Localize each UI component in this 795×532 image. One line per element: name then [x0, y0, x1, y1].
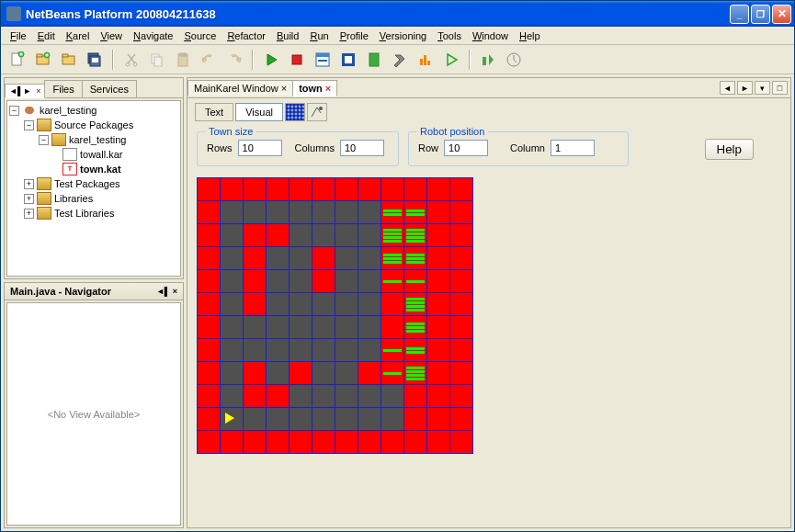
- grid-cell[interactable]: [381, 224, 403, 246]
- grid-cell[interactable]: [358, 270, 380, 292]
- grid-cell[interactable]: [221, 316, 243, 338]
- grid-cell[interactable]: [290, 224, 312, 246]
- grid-cell[interactable]: [221, 408, 243, 430]
- grid-cell[interactable]: [381, 362, 403, 384]
- profile-button[interactable]: [415, 49, 437, 71]
- menu-run[interactable]: Run: [304, 28, 334, 43]
- grid-cell[interactable]: [381, 178, 403, 200]
- grid-cell[interactable]: [450, 201, 472, 223]
- maximize-button[interactable]: ❐: [751, 5, 770, 24]
- grid-cell[interactable]: [267, 201, 289, 223]
- grid-cell[interactable]: [290, 362, 312, 384]
- grid-cell[interactable]: [244, 270, 266, 292]
- grid-cell[interactable]: [221, 201, 243, 223]
- grid-cell[interactable]: [221, 293, 243, 315]
- grid-cell[interactable]: [404, 201, 426, 223]
- grid-cell[interactable]: [290, 293, 312, 315]
- grid-cell[interactable]: [290, 431, 312, 453]
- grid-cell[interactable]: [381, 293, 403, 315]
- grid-cell[interactable]: [335, 247, 358, 269]
- grid-cell[interactable]: [358, 316, 380, 338]
- minimize-button[interactable]: _: [730, 5, 749, 24]
- grid-cell[interactable]: [290, 316, 312, 338]
- grid-cell[interactable]: [244, 247, 266, 269]
- grid-cell[interactable]: [244, 316, 266, 338]
- grid-cell[interactable]: [404, 224, 426, 246]
- grid-cell[interactable]: [427, 408, 449, 430]
- grid-cell[interactable]: [221, 362, 243, 384]
- grid-cell[interactable]: [427, 224, 449, 246]
- grid-cell[interactable]: [312, 362, 335, 384]
- grid-cell[interactable]: [267, 431, 289, 453]
- grid-cell[interactable]: [404, 408, 426, 430]
- grid-cell[interactable]: [381, 316, 403, 338]
- grid-cell[interactable]: [267, 408, 289, 430]
- grid-cell[interactable]: [267, 316, 289, 338]
- nav-dropdown-button[interactable]: ▾: [755, 81, 770, 95]
- grid-cell[interactable]: [358, 431, 380, 453]
- tree-file-towall[interactable]: towall.kar: [9, 147, 178, 162]
- tree-file-town[interactable]: Ttown.kat: [9, 162, 178, 176]
- grid-cell[interactable]: [358, 385, 380, 407]
- grid-cell[interactable]: [244, 339, 266, 361]
- memory-button[interactable]: [503, 49, 525, 71]
- grid-cell[interactable]: [381, 408, 403, 430]
- grid-cell[interactable]: [404, 178, 426, 200]
- grid-cell[interactable]: [312, 408, 335, 430]
- tree-src-packages[interactable]: −Source Packages: [9, 118, 178, 132]
- grid-cell[interactable]: [335, 385, 358, 407]
- grid-cell[interactable]: [335, 339, 358, 361]
- grid-cell[interactable]: [404, 247, 426, 269]
- grid-cell[interactable]: [312, 316, 335, 338]
- new-file-button[interactable]: [6, 49, 28, 71]
- grid-cell[interactable]: [358, 178, 380, 200]
- menu-help[interactable]: Help: [514, 28, 546, 43]
- town-grid[interactable]: [197, 177, 473, 454]
- grid-cell[interactable]: [198, 178, 220, 200]
- nav-max-button[interactable]: □: [772, 81, 788, 95]
- menu-source[interactable]: Source: [179, 28, 222, 43]
- debug-button[interactable]: [312, 49, 334, 71]
- grid-cell[interactable]: [335, 224, 358, 246]
- grid-cell[interactable]: [290, 247, 312, 269]
- editor-tab-town[interactable]: town×: [292, 80, 337, 96]
- col-input[interactable]: [551, 140, 595, 156]
- tree-test-libraries[interactable]: +Test Libraries: [9, 206, 178, 221]
- grid-cell[interactable]: [267, 247, 289, 269]
- cut-button[interactable]: [120, 49, 142, 71]
- grid-cell[interactable]: [381, 201, 403, 223]
- grid-cell[interactable]: [198, 247, 220, 269]
- view-text-button[interactable]: Text: [195, 103, 233, 121]
- grid-cell[interactable]: [358, 339, 380, 361]
- grid-cell[interactable]: [381, 270, 403, 292]
- grid-cell[interactable]: [267, 339, 289, 361]
- grid-cell[interactable]: [290, 385, 312, 407]
- grid-cell[interactable]: [244, 431, 266, 453]
- grid-cell[interactable]: [335, 178, 358, 200]
- menu-versioning[interactable]: Versioning: [374, 28, 432, 43]
- grid-cell[interactable]: [358, 247, 380, 269]
- grid-cell[interactable]: [244, 224, 266, 246]
- grid-cell[interactable]: [221, 431, 243, 453]
- grid-cell[interactable]: [358, 201, 380, 223]
- nav-fwd-button[interactable]: ►: [737, 81, 753, 95]
- tree-package[interactable]: −karel_testing: [9, 132, 178, 147]
- hammer-button[interactable]: [389, 49, 411, 71]
- grid-cell[interactable]: [221, 178, 243, 200]
- grid-cell[interactable]: [244, 408, 266, 430]
- view-design-icon[interactable]: [307, 103, 327, 121]
- menu-profile[interactable]: Profile: [335, 28, 374, 43]
- services-tab[interactable]: Services: [82, 80, 137, 97]
- grid-cell[interactable]: [450, 339, 472, 361]
- grid-cell[interactable]: [427, 339, 449, 361]
- grid-cell[interactable]: [335, 408, 358, 430]
- grid-cell[interactable]: [312, 431, 335, 453]
- grid-cell[interactable]: [267, 385, 289, 407]
- grid-cell[interactable]: [450, 178, 472, 200]
- rows-input[interactable]: [238, 140, 282, 156]
- grid-cell[interactable]: [404, 339, 426, 361]
- grid-cell[interactable]: [244, 178, 266, 200]
- nav-back-button[interactable]: ◄: [720, 81, 735, 95]
- grid-cell[interactable]: [427, 385, 449, 407]
- grid-cell[interactable]: [244, 293, 266, 315]
